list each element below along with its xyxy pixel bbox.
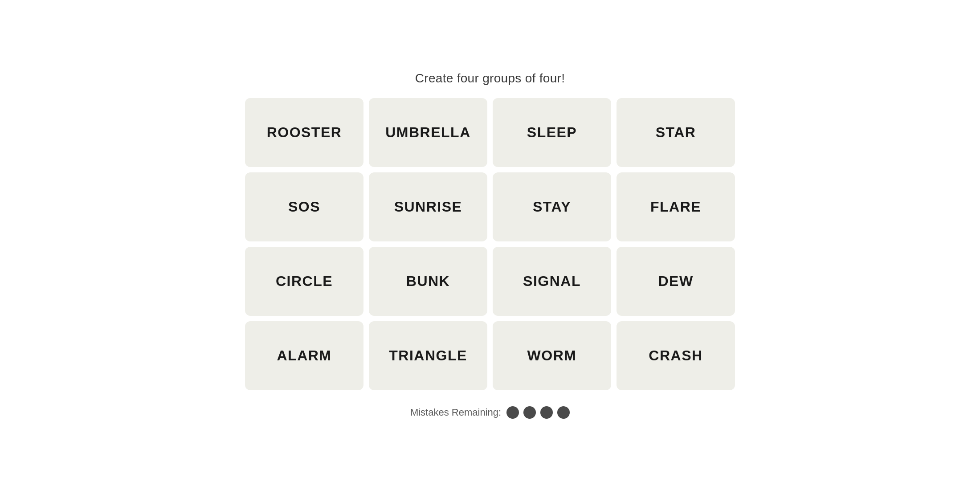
word-card[interactable]: WORM: [493, 321, 611, 390]
word-card[interactable]: ALARM: [245, 321, 363, 390]
word-label: SUNRISE: [394, 199, 462, 215]
word-label: BUNK: [406, 273, 450, 290]
mistake-dot: [557, 406, 570, 419]
word-card[interactable]: FLARE: [617, 172, 735, 241]
mistakes-label: Mistakes Remaining:: [410, 407, 501, 418]
game-container: Create four groups of four! ROOSTERUMBRE…: [245, 71, 735, 419]
word-card[interactable]: SLEEP: [493, 98, 611, 167]
word-label: STAY: [533, 199, 571, 215]
word-label: CIRCLE: [276, 273, 333, 290]
word-label: DEW: [658, 273, 693, 290]
word-grid: ROOSTERUMBRELLASLEEPSTARSOSSUNRISESTAYFL…: [245, 98, 735, 390]
word-label: SLEEP: [527, 124, 577, 141]
word-label: CRASH: [649, 347, 702, 364]
word-label: WORM: [527, 347, 577, 364]
word-label: ALARM: [277, 347, 331, 364]
word-card[interactable]: SIGNAL: [493, 247, 611, 316]
word-card[interactable]: STAR: [617, 98, 735, 167]
mistake-dot: [523, 406, 536, 419]
word-label: STAR: [656, 124, 696, 141]
word-label: SIGNAL: [523, 273, 581, 290]
mistake-dot: [540, 406, 553, 419]
word-label: TRIANGLE: [389, 347, 467, 364]
word-label: UMBRELLA: [385, 124, 471, 141]
mistake-dot: [506, 406, 519, 419]
word-card[interactable]: BUNK: [369, 247, 487, 316]
word-card[interactable]: SUNRISE: [369, 172, 487, 241]
mistakes-dots: [506, 406, 570, 419]
word-label: FLARE: [650, 199, 701, 215]
word-card[interactable]: UMBRELLA: [369, 98, 487, 167]
word-card[interactable]: SOS: [245, 172, 363, 241]
word-card[interactable]: CRASH: [617, 321, 735, 390]
word-card[interactable]: CIRCLE: [245, 247, 363, 316]
word-card[interactable]: ROOSTER: [245, 98, 363, 167]
game-subtitle: Create four groups of four!: [415, 71, 565, 86]
word-card[interactable]: DEW: [617, 247, 735, 316]
word-card[interactable]: TRIANGLE: [369, 321, 487, 390]
word-card[interactable]: STAY: [493, 172, 611, 241]
mistakes-row: Mistakes Remaining:: [410, 406, 570, 419]
word-label: ROOSTER: [267, 124, 342, 141]
word-label: SOS: [288, 199, 320, 215]
